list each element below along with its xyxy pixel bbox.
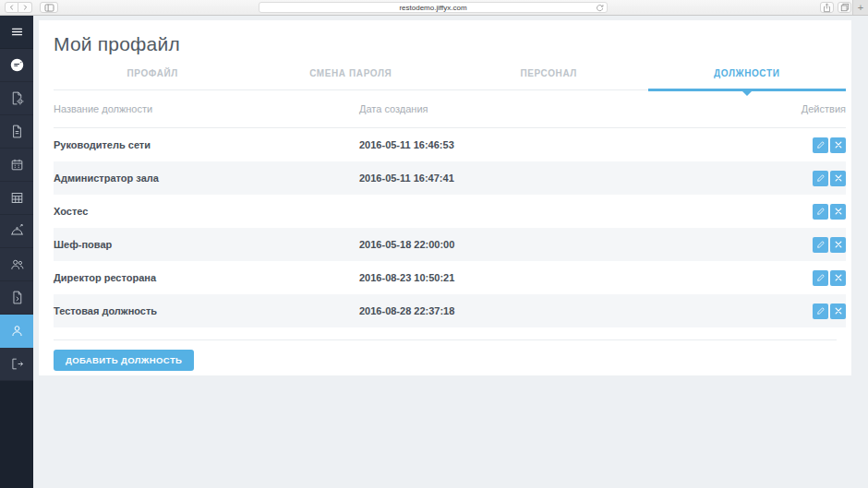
position-name: Хостес [54,206,359,217]
sidebar [0,16,33,488]
table-bottom-divider [54,339,837,340]
row-actions [763,304,846,319]
chevron-right-icon [21,4,29,11]
profile-card: Мой профайл ПРОФАЙЛ СМЕНА ПАРОЛЯ ПЕРСОНА… [39,20,851,375]
tab-staff[interactable]: ПЕРСОНАЛ [450,63,648,89]
address-bar[interactable]: restodemo.jiffyx.com [259,2,608,13]
pencil-icon [816,140,826,149]
position-name: Администратор зала [54,173,359,184]
logo-icon [9,57,25,73]
users-icon [9,256,25,272]
sidebar-item-cloche[interactable] [0,215,33,248]
share-icon [823,3,831,13]
header-position-name: Название должности [54,103,359,114]
profile-tabs: ПРОФАЙЛ СМЕНА ПАРОЛЯ ПЕРСОНАЛ ДОЛЖНОСТИ [54,63,846,90]
position-created-date: 2016-05-11 16:47:41 [359,173,763,184]
plus-icon: + [858,2,863,13]
close-icon [834,207,843,216]
sidebar-item-file[interactable] [0,115,33,149]
table-header: Название должности Дата создания Действи… [54,90,846,128]
edit-button[interactable] [813,137,828,153]
tab-profile[interactable]: ПРОФАЙЛ [54,63,252,89]
table-row: Тестовая должность2016-08-28 22:37:18 [54,294,846,327]
new-tab-button[interactable]: + [852,0,868,15]
file-arrow-icon [9,290,25,305]
delete-button[interactable] [830,204,846,220]
url-text: restodemo.jiffyx.com [399,4,466,12]
tabs-icon [840,3,850,12]
tab-positions[interactable]: ДОЛЖНОСТИ [648,63,847,89]
sidebar-panel-icon [44,4,54,12]
close-icon [834,306,843,315]
sidebar-item-calendar[interactable] [0,149,33,182]
sidebar-item-users[interactable] [0,248,33,281]
row-actions [763,171,846,186]
row-actions [763,137,846,153]
sidebar-item-file-gear[interactable] [0,82,33,115]
sidebar-item-grid[interactable] [0,182,33,215]
table-row: Шеф-повар2016-05-18 22:00:00 [54,228,846,261]
header-date-created: Дата создания [359,103,763,114]
share-button[interactable] [820,2,834,13]
position-name: Директор ресторана [54,272,359,283]
table-row: Руководитель сети2016-05-11 16:46:53 [54,128,846,161]
back-button[interactable] [5,2,18,13]
chevron-left-icon [8,4,16,11]
sidebar-item-user[interactable] [0,315,33,348]
reload-icon [596,4,604,12]
user-icon [9,323,25,339]
add-position-button[interactable]: ДОБАВИТЬ ДОЛЖНОСТЬ [54,350,194,371]
position-created-date: 2016-08-23 10:50:21 [359,272,763,283]
position-created-date: 2016-05-18 22:00:00 [359,239,763,250]
sidebar-filler [0,381,33,488]
edit-button[interactable] [813,204,828,220]
close-icon [834,240,843,249]
grid-icon [9,190,25,206]
close-icon [834,173,843,183]
pencil-icon [816,306,826,315]
edit-button[interactable] [813,237,828,253]
menu-icon [9,24,25,40]
delete-button[interactable] [830,270,846,286]
pencil-icon [816,207,826,216]
position-name: Шеф-повар [54,239,359,250]
browser-chrome: restodemo.jiffyx.com + [0,0,868,16]
forward-button[interactable] [18,2,32,13]
sidebar-item-logout[interactable] [0,348,33,381]
sidebar-item-logo[interactable] [0,49,33,82]
file-gear-icon [9,90,25,106]
pencil-icon [816,273,826,282]
logout-icon [9,356,25,372]
tab-overview-button[interactable] [838,2,851,13]
sidebar-toggle-button[interactable] [40,2,58,13]
row-actions [763,237,846,253]
file-icon [9,124,25,139]
position-name: Тестовая должность [54,305,359,316]
main-area: Мой профайл ПРОФАЙЛ СМЕНА ПАРОЛЯ ПЕРСОНА… [33,16,868,488]
delete-button[interactable] [830,304,846,319]
edit-button[interactable] [813,171,828,186]
close-icon [834,140,843,149]
page-title: Мой профайл [54,33,846,55]
row-actions [763,270,846,286]
table-row: Администратор зала2016-05-11 16:47:41 [54,161,846,195]
header-actions: Действия [763,103,846,114]
tab-change-password[interactable]: СМЕНА ПАРОЛЯ [252,63,451,89]
positions-table-body: Руководитель сети2016-05-11 16:46:53Адми… [54,128,846,327]
reload-button[interactable] [596,4,604,14]
delete-button[interactable] [830,137,846,153]
delete-button[interactable] [830,237,846,253]
row-actions [763,204,846,220]
position-name: Руководитель сети [54,139,359,150]
pencil-icon [816,240,826,249]
edit-button[interactable] [813,304,828,319]
sidebar-item-menu[interactable] [0,16,33,49]
app-frame: Мой профайл ПРОФАЙЛ СМЕНА ПАРОЛЯ ПЕРСОНА… [0,16,868,488]
close-icon [834,273,843,282]
calendar-icon [9,157,25,173]
pencil-icon [816,173,826,183]
edit-button[interactable] [813,270,828,286]
delete-button[interactable] [830,171,846,186]
sidebar-item-file-arrow[interactable] [0,281,33,315]
cloche-icon [9,223,25,239]
